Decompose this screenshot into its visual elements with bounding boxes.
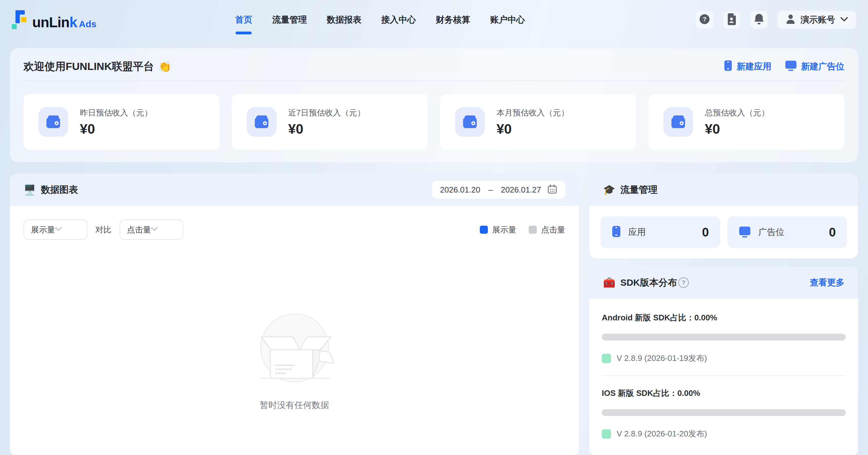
welcome-title: 欢迎使用FUNLINK联盟平台 [24,59,154,74]
nav-item-account[interactable]: 账户中心 [490,9,525,30]
stat-value: ¥0 [497,121,569,137]
stat-label: 总预估收入（元） [705,108,769,118]
chart-controls: 展示量 对比 点击量 [24,219,565,240]
chevron-down-icon [151,227,158,233]
date-end: 2026.01.27 [501,185,541,195]
stat-label: 近7日预估收入（元） [288,108,365,118]
sdk-panel-header: 🧰 SDK版本分布 ? 查看更多 [589,267,858,299]
svg-text:?: ? [703,16,706,23]
stat-card-total: 总预估收入（元） ¥0 [649,94,844,150]
chart-panel: 🖥️ 数据图表 2026.01.20 – 2026.01.27 [10,174,579,455]
traffic-panel-title: 🎓 流量管理 [603,184,657,196]
wallet-icon [247,107,276,137]
graduation-cap-emoji: 🎓 [603,184,615,195]
chevron-down-icon [55,227,62,233]
stat-label: 昨日预估收入（元） [80,108,152,118]
date-start: 2026.01.20 [440,185,480,195]
ios-version-row: V 2.8.9 (2026-01-20发布) [602,428,846,439]
traffic-panel: 🎓 流量管理 应用 0 [589,174,858,259]
android-share-label: Android 新版 SDK占比：0.00% [602,312,846,323]
android-progress-bar [602,334,846,340]
date-separator: – [486,185,494,195]
sdk-section-android: Android 新版 SDK占比：0.00% V 2.8.9 (2026-01-… [602,312,846,364]
new-ad-slot-button[interactable]: 新建广告位 [785,60,844,73]
version-swatch [602,429,611,438]
divider [602,375,846,376]
secondary-metric-select[interactable]: 点击量 [120,219,183,240]
chevron-down-icon [840,17,848,23]
traffic-panel-header: 🎓 流量管理 [589,174,858,206]
ios-progress-bar [602,409,846,416]
primary-metric-select[interactable]: 展示量 [24,219,87,240]
stat-value: ¥0 [705,121,769,137]
sdk-body: Android 新版 SDK占比：0.00% V 2.8.9 (2026-01-… [589,299,858,453]
nav-item-home[interactable]: 首页 [235,9,252,30]
version-swatch [602,354,611,363]
right-column: 🎓 流量管理 应用 0 [589,174,858,455]
help-icon: ? [699,13,710,26]
dashboard-page: unLink Ads 首页 流量管理 数据报表 接入中心 财务核算 账户中心 ? [0,0,868,455]
new-app-button[interactable]: 新建应用 [724,60,771,73]
phone-icon [724,60,733,73]
stat-value: ¥0 [80,121,152,137]
toolbox-emoji: 🧰 [603,277,615,289]
chart-panel-header: 🖥️ 数据图表 2026.01.20 – 2026.01.27 [10,174,579,206]
question-circle-icon[interactable]: ? [678,277,689,288]
legend-swatch-blue [480,225,488,234]
nav-item-integration[interactable]: 接入中心 [381,9,416,30]
nav-item-finance[interactable]: 财务核算 [436,9,470,30]
stat-card-month: 本月预估收入（元） ¥0 [440,94,636,150]
nav-item-traffic[interactable]: 流量管理 [272,9,307,30]
main-nav: 首页 流量管理 数据报表 接入中心 财务核算 账户中心 [235,9,525,30]
apps-count: 0 [702,225,709,239]
monitor-emoji: 🖥️ [24,184,36,195]
ad-slots-card[interactable]: 广告位 0 [727,216,847,248]
stat-cards: 昨日预估收入（元） ¥0 近7日预估收入（元） ¥0 [24,94,844,150]
notifications-button[interactable] [750,11,768,28]
legend-impressions[interactable]: 展示量 [480,224,516,235]
topbar: unLink Ads 首页 流量管理 数据报表 接入中心 财务核算 账户中心 ? [10,0,858,40]
date-range-picker[interactable]: 2026.01.20 – 2026.01.27 [432,181,565,199]
help-button[interactable]: ? [696,11,713,28]
wallet-icon [663,107,693,137]
android-version-text: V 2.8.9 (2026-01-19发布) [617,353,707,364]
brand-name: unLink [32,15,77,29]
apps-card[interactable]: 应用 0 [600,216,720,248]
sdk-panel-title: 🧰 SDK版本分布 [603,276,677,289]
chart-panel-title: 🖥️ 数据图表 [24,184,78,196]
main-grid: 🖥️ 数据图表 2026.01.20 – 2026.01.27 [10,174,858,455]
user-icon [786,14,796,26]
ios-version-text: V 2.8.9 (2026-01-20发布) [617,428,707,439]
legend-clicks[interactable]: 点击量 [529,224,565,235]
chart-legend: 展示量 点击量 [480,224,565,235]
ad-slot-icon [785,60,797,73]
legend-swatch-gray [529,225,537,234]
nav-item-reports[interactable]: 数据报表 [327,9,361,30]
brand-logo: unLink Ads [12,10,96,29]
stat-card-7days: 近7日预估收入（元） ¥0 [232,94,428,150]
topbar-right: ? [696,11,856,29]
document-button[interactable] [723,11,741,28]
compare-label: 对比 [95,224,112,235]
ad-slots-count: 0 [829,225,836,239]
wallet-icon [38,107,68,137]
stat-value: ¥0 [288,121,365,137]
sdk-section-ios: IOS 新版 SDK占比：0.00% V 2.8.9 (2026-01-20发布… [602,388,846,439]
view-more-link[interactable]: 查看更多 [810,277,844,289]
traffic-body: 应用 0 广告位 0 [589,206,858,259]
document-icon [726,13,737,26]
chart-empty-state: 暂时没有任何数据 [24,313,565,411]
brand-logo-icon [12,10,30,29]
calendar-icon [547,184,557,195]
wallet-icon [455,107,485,137]
ios-share-label: IOS 新版 SDK占比：0.00% [602,388,846,399]
clap-emoji: 👏 [158,60,171,73]
bell-icon [753,13,765,26]
account-menu[interactable]: 演示账号 [778,11,856,29]
chart-body: 展示量 对比 点击量 [10,206,579,455]
account-name: 演示账号 [801,14,835,26]
divider [24,81,844,81]
welcome-panel: 欢迎使用FUNLINK联盟平台 👏 新建应用 [10,48,858,162]
phone-icon [612,225,621,239]
welcome-actions: 新建应用 新建广告位 [724,60,844,73]
